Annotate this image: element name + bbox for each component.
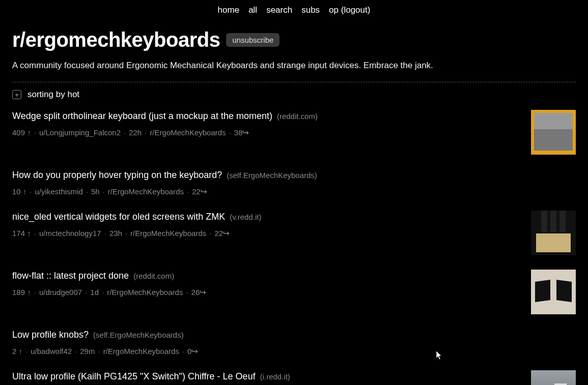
separator bbox=[25, 347, 27, 356]
post-domain: (v.redd.it) bbox=[230, 213, 261, 221]
post-author-link[interactable]: u/yikesthismid bbox=[35, 187, 83, 196]
post-title-link[interactable]: nice_oled vertical widgets for oled scre… bbox=[12, 212, 225, 222]
post-subreddit-link[interactable]: r/ErgoMechKeyboards bbox=[108, 187, 184, 196]
post-list: Wedge split ortholinear keyboard (just a… bbox=[12, 110, 576, 385]
post-age: 22h bbox=[129, 128, 142, 137]
sort-label: sorting by hot bbox=[27, 90, 79, 100]
post-item: nice_oled vertical widgets for oled scre… bbox=[12, 211, 576, 255]
separator bbox=[86, 187, 88, 196]
post-score[interactable]: 10 bbox=[12, 187, 26, 196]
top-nav: home all search subs op (logout) bbox=[0, 0, 588, 17]
nav-all[interactable]: all bbox=[248, 5, 257, 15]
subreddit-description: A community focused around Ergonomic Mec… bbox=[12, 61, 576, 71]
post-age: 5h bbox=[91, 187, 100, 196]
post-subreddit-link[interactable]: r/ErgoMechKeyboards bbox=[130, 229, 206, 238]
post-domain: (reddit.com) bbox=[277, 112, 318, 121]
separator bbox=[103, 187, 105, 196]
post-item: How do you properly hover typing on the … bbox=[12, 169, 576, 196]
post-author-link[interactable]: u/mctechnology17 bbox=[39, 229, 101, 238]
divider bbox=[12, 82, 576, 82]
post-item: Ultra low profile (Kailh PG1425 "X Switc… bbox=[12, 370, 576, 385]
post-comments-link[interactable]: 22 bbox=[192, 187, 207, 196]
post-score[interactable]: 189 bbox=[12, 288, 31, 297]
separator bbox=[98, 347, 100, 356]
separator bbox=[34, 229, 36, 238]
separator bbox=[124, 128, 126, 137]
post-title-link[interactable]: Ultra low profile (Kailh PG1425 "X Switc… bbox=[12, 371, 256, 381]
unsubscribe-button[interactable]: unsubscribe bbox=[226, 33, 279, 47]
post-subreddit-link[interactable]: r/ErgoMechKeyboards bbox=[150, 128, 226, 137]
expand-sort-button[interactable]: + bbox=[12, 90, 21, 99]
post-age: 1d bbox=[90, 288, 99, 297]
post-subreddit-link[interactable]: r/ErgoMechKeyboards bbox=[103, 347, 179, 356]
post-age: 23h bbox=[109, 229, 122, 238]
post-domain: (reddit.com) bbox=[133, 272, 174, 280]
subreddit-title: r/ergomechkeyboards bbox=[12, 28, 220, 51]
post-domain: (self.ErgoMechKeyboards) bbox=[93, 331, 184, 339]
post-score[interactable]: 409 bbox=[12, 128, 31, 137]
post-comments-link[interactable]: 0 bbox=[187, 346, 198, 356]
post-domain: (self.ErgoMechKeyboards) bbox=[227, 171, 317, 180]
post-comments-link[interactable]: 38 bbox=[234, 128, 249, 137]
nav-subs[interactable]: subs bbox=[301, 5, 320, 15]
post-thumbnail[interactable] bbox=[531, 370, 576, 385]
separator bbox=[209, 229, 211, 238]
separator bbox=[75, 347, 77, 356]
post-item: Wedge split ortholinear keyboard (just a… bbox=[12, 110, 576, 155]
post-thumbnail[interactable] bbox=[531, 270, 576, 314]
separator bbox=[34, 288, 36, 297]
separator bbox=[186, 288, 188, 297]
separator bbox=[187, 187, 189, 196]
nav-user-logout[interactable]: op (logout) bbox=[329, 5, 370, 15]
post-score[interactable]: 174 bbox=[12, 229, 31, 238]
separator bbox=[182, 347, 184, 356]
post-title-link[interactable]: flow-flat :: latest project done bbox=[12, 271, 129, 281]
post-comments-link[interactable]: 26 bbox=[191, 287, 207, 297]
separator bbox=[125, 229, 127, 238]
nav-search[interactable]: search bbox=[266, 5, 292, 15]
post-author-link[interactable]: u/badwolf42 bbox=[31, 347, 72, 356]
post-subreddit-link[interactable]: r/ErgoMechKeyboards bbox=[107, 288, 183, 297]
post-item: flow-flat :: latest project done (reddit… bbox=[12, 270, 576, 314]
post-title-link[interactable]: How do you properly hover typing on the … bbox=[12, 170, 222, 180]
post-score[interactable]: 2 bbox=[12, 347, 22, 356]
sort-row: + sorting by hot bbox=[12, 90, 576, 100]
post-item: Low profile knobs? (self.ErgoMechKeyboar… bbox=[12, 329, 576, 356]
post-author-link[interactable]: u/drudge007 bbox=[39, 288, 82, 297]
separator bbox=[145, 128, 147, 137]
separator bbox=[34, 128, 36, 137]
separator bbox=[104, 229, 106, 238]
post-author-link[interactable]: u/Longjumping_Falcon2 bbox=[39, 128, 121, 137]
post-domain: (i.redd.it) bbox=[260, 372, 290, 381]
post-title-link[interactable]: Wedge split ortholinear keyboard (just a… bbox=[12, 111, 272, 121]
post-age: 29m bbox=[80, 347, 95, 356]
separator bbox=[85, 288, 87, 297]
subreddit-header: r/ergomechkeyboards unsubscribe bbox=[12, 28, 576, 51]
post-thumbnail[interactable] bbox=[531, 110, 576, 155]
separator bbox=[30, 187, 32, 196]
nav-home[interactable]: home bbox=[218, 5, 240, 15]
separator bbox=[102, 288, 104, 297]
post-title-link[interactable]: Low profile knobs? bbox=[12, 330, 89, 340]
post-thumbnail[interactable] bbox=[531, 211, 576, 255]
separator bbox=[229, 128, 231, 137]
post-comments-link[interactable]: 22 bbox=[214, 228, 230, 238]
